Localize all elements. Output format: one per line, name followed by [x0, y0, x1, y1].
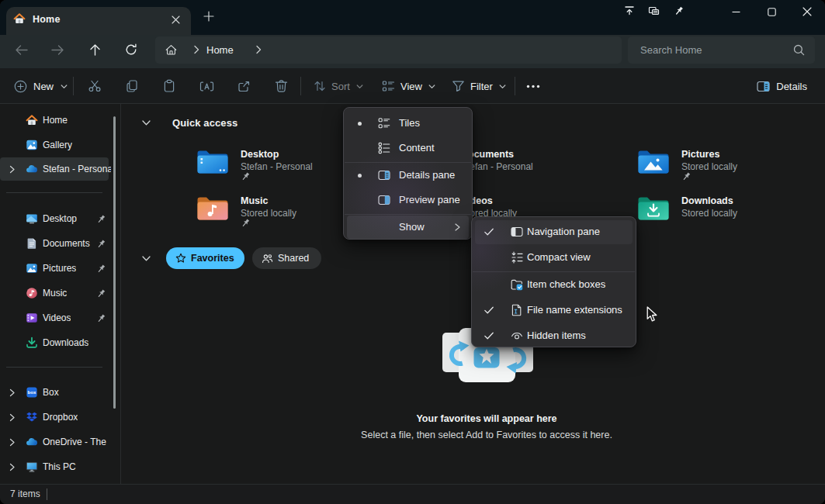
- new-button[interactable]: New: [8, 73, 75, 99]
- pin-icon: [96, 214, 106, 224]
- sidebar-item-box[interactable]: box Box: [0, 381, 112, 404]
- tab-home[interactable]: Home: [6, 7, 191, 35]
- chevron-down-icon: [355, 82, 364, 91]
- shared-filter-button[interactable]: Shared: [252, 247, 321, 269]
- sidebar-item-documents[interactable]: Documents: [0, 232, 112, 255]
- sidebar-item-onedrive-personal[interactable]: Stefan - Personal: [0, 157, 109, 181]
- downloads-icon: [26, 337, 38, 349]
- menu-item-compact-view[interactable]: Compact view: [472, 245, 636, 271]
- rename-button[interactable]: [192, 73, 221, 99]
- favorites-filter-button[interactable]: Favorites: [166, 247, 244, 269]
- new-tab-button[interactable]: [198, 8, 220, 28]
- dock-top-icon[interactable]: [622, 4, 636, 19]
- quick-access-header[interactable]: Quick access: [172, 117, 237, 129]
- show-submenu: Navigation pane Compact view Item check …: [471, 216, 636, 347]
- chevron-right-icon[interactable]: [8, 388, 16, 397]
- menu-item-content[interactable]: Content: [344, 136, 472, 161]
- sort-label: Sort: [331, 81, 350, 92]
- chevron-down-icon[interactable]: [141, 118, 151, 128]
- plus-circle-icon: [14, 80, 27, 93]
- pin-icon[interactable]: [671, 4, 686, 19]
- chevron-right-icon[interactable]: [8, 438, 16, 447]
- sidebar-scrollbar[interactable]: [113, 116, 116, 409]
- window-controls: [718, 0, 825, 23]
- search-icon[interactable]: [793, 44, 805, 56]
- up-button[interactable]: [81, 37, 108, 62]
- delete-button[interactable]: [266, 73, 296, 99]
- sort-button[interactable]: Sort: [307, 73, 370, 99]
- breadcrumb-chevron-icon[interactable]: [252, 43, 265, 56]
- menu-item-file-name-extensions[interactable]: File name extensions: [472, 298, 636, 323]
- chevron-right-icon: [452, 223, 462, 232]
- sort-icon: [314, 80, 326, 92]
- details-pane-toggle[interactable]: Details: [750, 73, 814, 99]
- sidebar-item-dropbox[interactable]: Dropbox: [0, 406, 112, 429]
- tile-downloads[interactable]: Downloads Stored locally: [637, 193, 825, 238]
- chevron-right-icon[interactable]: [8, 463, 16, 471]
- star-icon: [175, 253, 186, 264]
- details-pane-icon: [378, 169, 390, 181]
- copy-button[interactable]: [117, 73, 147, 99]
- sidebar-item-gallery[interactable]: Gallery: [0, 133, 112, 157]
- chevron-right-icon[interactable]: [8, 413, 16, 422]
- forward-button[interactable]: [44, 37, 71, 62]
- menu-item-hidden-items[interactable]: Hidden items: [472, 323, 636, 349]
- toolbar-separator: [515, 77, 515, 95]
- menu-item-tiles[interactable]: Tiles: [344, 111, 472, 136]
- command-bar: New Sort View: [0, 68, 825, 104]
- chevron-down-icon[interactable]: [141, 254, 151, 264]
- breadcrumb-item-home[interactable]: Home: [206, 44, 234, 56]
- sidebar-item-music[interactable]: Music: [0, 281, 112, 305]
- tile-pictures[interactable]: Pictures Stored locally: [637, 147, 825, 192]
- hidden-items-icon: [511, 330, 523, 342]
- preview-pane-icon: [378, 194, 390, 206]
- close-button[interactable]: [789, 0, 825, 23]
- pin-icon: [96, 313, 106, 323]
- see-more-button[interactable]: [518, 73, 548, 99]
- tiles-icon: [378, 117, 390, 129]
- sidebar-item-downloads[interactable]: Downloads: [0, 331, 112, 354]
- sidebar-item-onedrive-the[interactable]: OneDrive - The: [0, 430, 112, 454]
- sidebar-item-this-pc[interactable]: This PC: [0, 455, 112, 478]
- menu-item-preview-pane[interactable]: Preview pane: [344, 188, 472, 212]
- pictures-folder-icon: [637, 147, 670, 174]
- chevron-down-icon: [428, 82, 436, 91]
- cascade-windows-icon[interactable]: [646, 4, 661, 19]
- menu-item-show[interactable]: Show: [344, 215, 472, 240]
- gallery-icon: [26, 139, 38, 151]
- tab-close-icon[interactable]: [165, 11, 185, 31]
- this-pc-icon: [26, 461, 38, 473]
- sidebar-item-videos[interactable]: Videos: [0, 306, 112, 330]
- back-button[interactable]: [8, 37, 34, 62]
- search-box[interactable]: Search Home: [628, 36, 815, 64]
- checkmark-icon: [484, 305, 494, 316]
- breadcrumb-chevron-icon[interactable]: [190, 43, 203, 56]
- breadcrumb-home-icon[interactable]: [165, 44, 177, 56]
- view-button[interactable]: View: [376, 73, 442, 99]
- cut-button[interactable]: [80, 73, 109, 99]
- filter-label: Filter: [470, 81, 493, 92]
- pictures-icon: [26, 262, 38, 274]
- radio-dot-icon: [358, 122, 362, 126]
- onedrive-icon: [26, 436, 38, 448]
- navigation-pane-icon: [511, 226, 523, 238]
- chevron-right-icon[interactable]: [8, 165, 16, 174]
- view-label: View: [400, 81, 422, 92]
- content-icon: [378, 142, 390, 154]
- share-button[interactable]: [229, 73, 258, 99]
- sidebar-item-home[interactable]: Home: [0, 109, 112, 132]
- filter-button[interactable]: Filter: [445, 73, 513, 99]
- checkmark-icon: [484, 226, 494, 237]
- maximize-button[interactable]: [754, 0, 789, 23]
- minimize-button[interactable]: [718, 0, 754, 23]
- menu-item-details-pane[interactable]: Details pane: [344, 163, 472, 188]
- view-menu: Tiles Content Details pane Preview pane …: [343, 107, 473, 240]
- paste-button[interactable]: [154, 73, 184, 99]
- address-bar[interactable]: Home: [155, 36, 622, 64]
- refresh-button[interactable]: [118, 37, 144, 62]
- menu-item-navigation-pane[interactable]: Navigation pane: [472, 219, 636, 245]
- menu-item-item-check-boxes[interactable]: Item check boxes: [472, 272, 636, 298]
- pin-icon: [96, 288, 106, 299]
- sidebar-item-desktop[interactable]: Desktop: [0, 207, 112, 230]
- sidebar-item-pictures[interactable]: Pictures: [0, 257, 112, 280]
